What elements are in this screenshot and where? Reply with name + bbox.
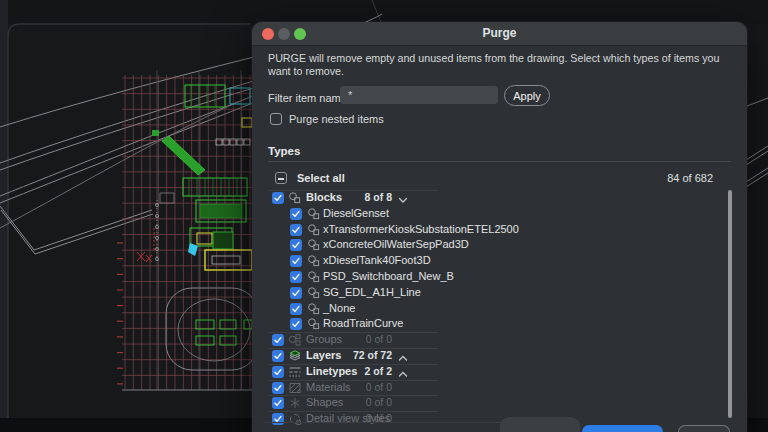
scrollbar[interactable] <box>728 190 732 418</box>
checkbox[interactable] <box>272 350 284 362</box>
select-all-checkbox[interactable] <box>275 172 287 184</box>
chevron-up-icon[interactable] <box>398 352 408 360</box>
tree-row-sg-edl-a1h-line[interactable]: SG_EDL_A1H_Line <box>252 285 747 301</box>
checkbox[interactable] <box>290 208 302 220</box>
checkbox[interactable] <box>272 397 284 409</box>
group-icon <box>288 333 302 347</box>
purge-nested-checkbox[interactable] <box>270 113 282 125</box>
tree-row-xdieseltank40foot3d[interactable]: xDieselTank40Foot3D <box>252 253 747 269</box>
purge-nested-label: Purge nested items <box>289 113 384 125</box>
tree-row-count: 8 of 8 <box>344 190 392 206</box>
tree-row-roadtraincurve[interactable]: RoadTrainCurve <box>252 316 747 332</box>
tree-row-linetypes[interactable]: Linetypes2 of 2 <box>252 364 747 380</box>
primary-button[interactable] <box>582 425 663 432</box>
block-icon <box>307 254 321 268</box>
dialog-titlebar[interactable]: Purge <box>252 22 747 46</box>
total-count: 84 of 682 <box>667 172 713 184</box>
block-icon <box>307 223 321 237</box>
tree-row-label: xDieselTank40Foot3D <box>323 253 431 269</box>
chevron-up-icon[interactable] <box>398 368 408 376</box>
tree-row--none[interactable]: _None <box>252 301 747 317</box>
select-all-row[interactable]: Select all 84 of 682 <box>252 170 747 186</box>
checkbox[interactable] <box>272 334 284 346</box>
dialog-description: PURGE will remove empty and unused items… <box>268 52 733 78</box>
tree-row-materials[interactable]: Materials0 of 0 <box>252 380 747 396</box>
filter-input[interactable] <box>340 86 498 104</box>
layers-icon <box>288 349 302 363</box>
checkbox[interactable] <box>290 318 302 330</box>
types-divider <box>268 161 731 162</box>
tree-row-count: 2 of 2 <box>344 364 392 380</box>
types-tree: Blocks8 of 8DieselGensetxTransformerKios… <box>252 190 747 427</box>
tree-row-xconcreteoilwaterseppad3d[interactable]: xConcreteOilWaterSepPad3D <box>252 237 747 253</box>
minimize-button <box>278 28 290 40</box>
tree-row-count: 72 of 72 <box>344 348 392 364</box>
tree-row-label: DieselGenset <box>323 206 389 222</box>
tree-row-psd-switchboard-new-b[interactable]: PSD_Switchboard_New_B <box>252 269 747 285</box>
tree-row-label: xTransformerKioskSubstationETEL2500 <box>323 222 519 238</box>
checkbox[interactable] <box>290 287 302 299</box>
block-icon <box>307 238 321 252</box>
block-icon <box>307 286 321 300</box>
checkbox[interactable] <box>290 271 302 283</box>
block-icon <box>307 302 321 316</box>
tree-row-blocks[interactable]: Blocks8 of 8 <box>252 190 747 206</box>
chevron-down-icon[interactable] <box>398 194 408 202</box>
material-icon <box>288 381 302 395</box>
tree-row-count: 0 of 0 <box>344 380 392 396</box>
tree-row-dieselgenset[interactable]: DieselGenset <box>252 206 747 222</box>
bottom-left-control[interactable] <box>500 417 580 432</box>
block-icon <box>307 207 321 221</box>
tree-row-count: 0 of 0 <box>344 395 392 411</box>
close-button[interactable] <box>262 28 274 40</box>
tree-row-label: Shapes <box>306 395 343 411</box>
select-all-label: Select all <box>297 172 345 184</box>
tree-row-label: PSD_Switchboard_New_B <box>323 269 454 285</box>
tree-row-label: _None <box>323 301 355 317</box>
block-icon <box>307 317 321 331</box>
checkbox[interactable] <box>272 192 284 204</box>
apply-button[interactable]: Apply <box>504 85 550 106</box>
tree-row-label: Blocks <box>306 190 342 206</box>
dialog-title: Purge <box>252 22 747 45</box>
zoom-button[interactable] <box>294 28 306 40</box>
checkbox[interactable] <box>290 303 302 315</box>
block-icon <box>307 270 321 284</box>
tree-row-xtransformerkiosksubstationetel2500[interactable]: xTransformerKioskSubstationETEL2500 <box>252 222 747 238</box>
purge-dialog: Purge PURGE will remove empty and unused… <box>252 22 747 432</box>
checkbox[interactable] <box>290 224 302 236</box>
checkbox[interactable] <box>272 382 284 394</box>
checkbox[interactable] <box>290 239 302 251</box>
tree-row-shapes[interactable]: Shapes0 of 0 <box>252 395 747 411</box>
tree-row-layers[interactable]: Layers72 of 72 <box>252 348 747 364</box>
secondary-button[interactable] <box>678 425 730 432</box>
types-heading: Types <box>268 145 300 157</box>
checkbox[interactable] <box>290 255 302 267</box>
linetype-icon <box>288 365 302 379</box>
tree-row-label: RoadTrainCurve <box>323 316 403 332</box>
tree-row-label: Layers <box>306 348 341 364</box>
checkbox[interactable] <box>272 366 284 378</box>
tree-row-groups[interactable]: Groups0 of 0 <box>252 332 747 348</box>
tree-row-count: 0 of 0 <box>344 332 392 348</box>
tree-row-label: SG_EDL_A1H_Line <box>323 285 421 301</box>
block-icon <box>288 191 302 205</box>
tree-row-label: xConcreteOilWaterSepPad3D <box>323 237 469 253</box>
tree-row-label: Groups <box>306 332 342 348</box>
shape-icon <box>288 396 302 410</box>
